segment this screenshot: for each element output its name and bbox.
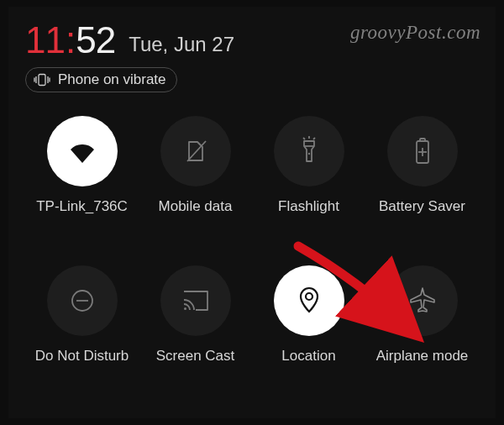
quick-settings-panel: groovyPost.com 11 : 52 Tue, Jun 27 Phone…	[8, 7, 496, 418]
svg-point-3	[307, 153, 309, 155]
tile-label: Battery Saver	[379, 198, 465, 215]
vibrate-icon	[33, 73, 51, 87]
flashlight-toggle[interactable]	[274, 116, 344, 186]
quick-settings-grid: TP-Link_736C Mobile data	[25, 116, 479, 365]
no-sim-icon	[181, 137, 210, 165]
clock-hour: 11	[25, 22, 65, 59]
ringer-mode-label: Phone on vibrate	[58, 71, 166, 88]
tile-label: Airplane mode	[376, 348, 469, 365]
clock: 11 : 52	[25, 22, 115, 59]
mobile-data-toggle[interactable]	[160, 116, 231, 186]
date-text: Tue, Jun 27	[129, 33, 234, 56]
ringer-mode-chip[interactable]: Phone on vibrate	[25, 67, 177, 92]
tile-wifi: TP-Link_736C	[28, 116, 137, 215]
tile-battery-saver: Battery Saver	[368, 116, 477, 215]
svg-line-5	[303, 138, 305, 139]
tile-label: Screen Cast	[156, 348, 235, 365]
tile-label: TP-Link_736C	[36, 198, 128, 215]
wifi-icon	[66, 134, 99, 168]
watermark-text: groovyPost.com	[350, 22, 480, 44]
battery-plus-icon	[412, 136, 433, 166]
cast-icon	[181, 288, 211, 313]
battery-saver-toggle[interactable]	[387, 116, 458, 186]
location-icon	[297, 285, 322, 317]
svg-rect-8	[420, 139, 425, 141]
wifi-toggle[interactable]	[47, 116, 118, 186]
airplane-icon	[407, 286, 438, 316]
tile-label: Location	[281, 348, 335, 365]
clock-minute: 52	[76, 22, 115, 59]
tile-airplane: Airplane mode	[368, 265, 477, 365]
tile-mobile-data: Mobile data	[141, 116, 250, 215]
clock-colon: :	[66, 22, 75, 59]
dnd-toggle[interactable]	[47, 265, 118, 336]
svg-point-13	[184, 307, 186, 310]
svg-rect-0	[39, 75, 45, 86]
tile-flashlight: Flashlight	[255, 116, 364, 215]
tile-label: Do Not Disturb	[35, 348, 129, 365]
screen-cast-toggle[interactable]	[160, 265, 231, 336]
tile-label: Mobile data	[159, 198, 233, 215]
flashlight-icon	[297, 136, 322, 166]
airplane-mode-toggle[interactable]	[387, 265, 458, 336]
tile-label: Flashlight	[278, 198, 339, 215]
tile-dnd: Do Not Disturb	[28, 265, 137, 365]
tile-location: Location	[255, 265, 364, 365]
svg-line-6	[313, 138, 315, 139]
tile-screen-cast: Screen Cast	[141, 265, 250, 365]
location-toggle[interactable]	[274, 265, 344, 336]
dnd-icon	[68, 286, 97, 315]
svg-point-14	[306, 293, 312, 300]
